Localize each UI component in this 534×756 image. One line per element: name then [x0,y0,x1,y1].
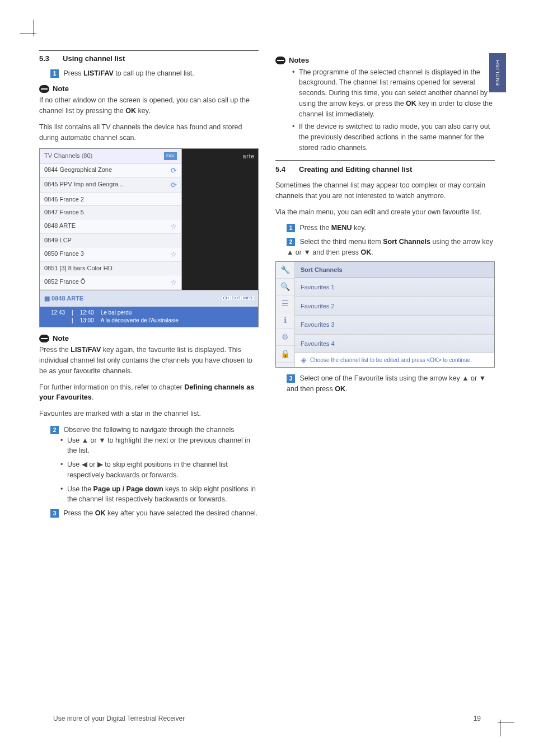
channel-list-screenshot: TV Channels (80) FAV 0844 Geographical Z… [39,148,259,327]
channel-row: 0848 ARTE☆ [40,219,181,234]
note-icon [39,85,49,93]
paragraph: Via the main menu, you can edit and crea… [275,207,495,218]
channel-list-footer: 12:43|12:40Le bal perdu 00:00|13:00A la … [40,307,258,327]
info-badges: CHEXITINFO [222,295,254,302]
paragraph: Sometimes the channel list may appear to… [275,180,495,201]
step-number-2: 2 [50,426,59,434]
step-number-3: 3 [50,509,59,518]
crop-mark [34,20,34,36]
favourite-item: Favourites 2 [295,297,494,316]
note-body: For further information on this, refer t… [39,382,259,403]
notes-heading: Notes [275,55,495,66]
step-2: 2 Observe the following to navigate thro… [39,425,259,505]
preview-channel-logo: arte [243,152,255,161]
channel-row: 0846 France 2 [40,193,181,206]
lock-icon: 🔒 [276,346,294,363]
step-3: 3 Press the OK key after you have select… [39,508,259,519]
note-icon [39,335,49,342]
channel-row: 0852 France Ô☆ [40,275,181,290]
sort-footer: ◈ Choose the channel list to be edited a… [295,353,494,367]
step-number-3: 3 [287,374,295,383]
channel-row: 0844 Geographical Zone⟳ [40,163,181,179]
channel-row: 0850 France 3☆ [40,247,181,262]
wrench-icon: 🔧 [276,262,294,279]
crop-mark [500,720,500,736]
channel-list-selected: ▦ 0848 ARTE CHEXITINFO [40,290,258,307]
note-icon [275,57,285,64]
section-heading: 5.3 Using channel list [39,54,259,63]
section-title: Using channel list [63,54,125,63]
gear-icon: ⚙ [276,329,294,346]
sort-title: Sort Channels [295,262,494,279]
channel-row: 0849 LCP [40,234,181,247]
note-heading: Note [39,333,259,344]
diamond-icon: ◈ [301,356,307,364]
channel-row: 0847 France 5 [40,206,181,219]
section-number: 5.3 [39,54,49,63]
bullet: The programme of the selected channel is… [292,67,495,120]
section-title: Creating and Editing channel list [299,164,412,175]
favourite-item: Favourites 4 [295,335,494,354]
note-body: Favourites are marked with a star in the… [39,408,259,419]
info-icon: ℹ [276,312,294,329]
fav-badge: FAV [164,152,177,160]
sort-channels-screenshot: 🔧 🔍 ☰ ℹ ⚙ 🔒 Sort Channels Favourites 1Fa… [275,261,495,368]
search-icon: 🔍 [276,279,294,295]
page-number: 19 [474,715,481,722]
menu-icon-bar: 🔧 🔍 ☰ ℹ ⚙ 🔒 [276,262,295,368]
step-number-1: 1 [50,69,59,78]
note-heading: Note [39,83,259,95]
bullet: Use the Page up / Page down keys to skip… [60,484,259,505]
section-number: 5.4 [275,164,285,175]
page-footer: Use more of your Digital Terrestrial Rec… [53,715,481,722]
channel-row: 0851 [3] 8 bars Color HD [40,262,181,275]
bullet: If the device is switched to radio mode,… [292,121,495,153]
section-rule [39,50,259,51]
note-body: If no other window on the screen is open… [39,95,259,116]
bullet: Use ▲ or ▼ to highlight the next or the … [60,435,259,457]
bullet: Use ◀ or ▶ to skip eight positions in th… [60,459,259,481]
paragraph: This list contains all TV channels the d… [39,122,259,143]
channel-preview: arte [182,149,259,290]
note-body: Press the LIST/FAV key again, the favour… [39,345,259,376]
channel-row: 0845 PPV Imp and Geogra...⟳ [40,178,181,193]
channel-list-header: TV Channels (80) FAV [40,149,181,163]
step-number-2: 2 [287,238,295,246]
list-icon: ☰ [276,295,294,312]
footer-text: Use more of your Digital Terrestrial Rec… [53,715,185,722]
section-heading: 5.4 Creating and Editing channel list [275,164,495,175]
favourite-item: Favourites 1 [295,278,494,297]
step-1: 1 Press LIST/FAV to call up the channel … [39,68,259,79]
section-rule [275,160,495,161]
step-number-1: 1 [287,224,295,232]
step-2: 2 Select the third menu item Sort Channe… [275,237,495,258]
step-3: 3 Select one of the Favourite lists usin… [275,373,495,395]
favourite-item: Favourites 3 [295,316,494,335]
step-1: 1 Press the MENU key. [275,223,495,233]
